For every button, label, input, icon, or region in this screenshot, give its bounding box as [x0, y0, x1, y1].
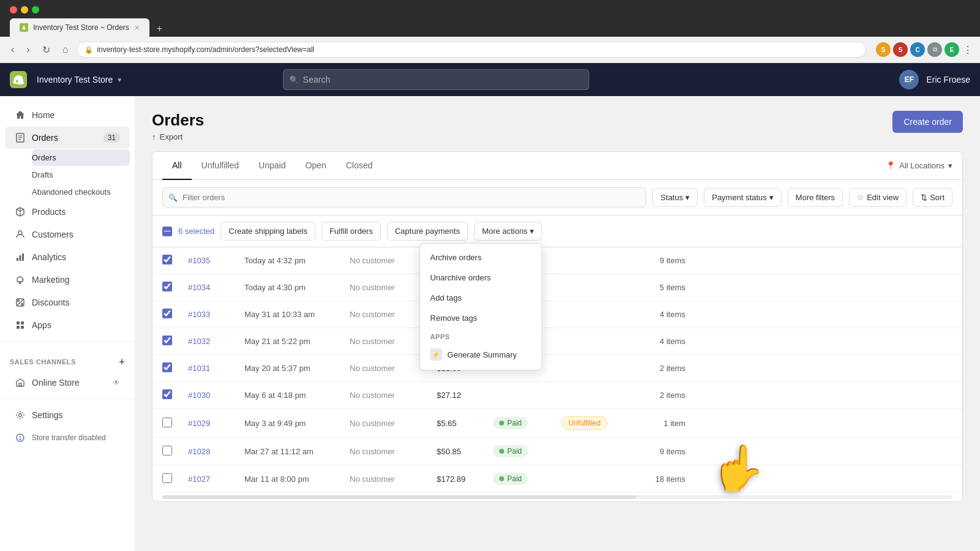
add-sales-channel-btn[interactable]: +: [119, 356, 125, 367]
more-actions-button[interactable]: More actions ▾: [474, 222, 542, 241]
sidebar-abandoned[interactable]: Abandoned checkouts: [32, 184, 130, 200]
table-row: #1028 Mar 27 at 11:12 am No customer $50…: [153, 438, 962, 465]
order-amount-1029: $5.65: [437, 419, 486, 428]
order-number-1027[interactable]: #1027: [188, 474, 237, 484]
sidebar-item-analytics[interactable]: Analytics: [5, 246, 130, 268]
horizontal-scrollbar[interactable]: [162, 495, 636, 499]
order-payment-1029: Paid: [493, 417, 554, 429]
order-number-1035[interactable]: #1035: [188, 256, 237, 265]
browser-ext-3[interactable]: C: [910, 42, 925, 57]
dropdown-archive-orders[interactable]: Archive orders: [420, 247, 541, 268]
svg-rect-17: [19, 383, 21, 386]
sidebar-item-apps[interactable]: Apps: [5, 314, 130, 336]
forward-button[interactable]: ›: [23, 43, 33, 56]
sales-channels-label: SALES CHANNELS: [10, 358, 76, 365]
dropdown-unarchive-orders[interactable]: Unarchive orders: [420, 268, 541, 288]
sidebar-item-settings[interactable]: Settings: [5, 404, 130, 426]
address-bar[interactable]: 🔒 inventory-test-store.myshopify.com/adm…: [77, 42, 866, 58]
store-name-text: Inventory Test Store: [37, 75, 113, 84]
order-number-1031[interactable]: #1031: [188, 364, 237, 373]
create-shipping-labels-button[interactable]: Create shipping labels: [221, 222, 315, 241]
order-number-1032[interactable]: #1032: [188, 337, 237, 346]
reload-button[interactable]: ↻: [39, 43, 54, 57]
sidebar-item-online-store[interactable]: Online Store 👁: [5, 372, 130, 394]
dropdown-generate-summary[interactable]: ⚡ Generate Summary: [420, 343, 541, 366]
location-picker[interactable]: 📍 All Locations ▾: [886, 161, 952, 170]
edit-view-label: Edit view: [867, 193, 899, 202]
capture-payments-button[interactable]: Capture payments: [387, 222, 468, 241]
row-1031-checkbox[interactable]: [162, 362, 172, 372]
dropdown-remove-tags[interactable]: Remove tags: [420, 308, 541, 328]
payment-status-filter-button[interactable]: Payment status ▾: [704, 188, 782, 207]
row-1033-checkbox[interactable]: [162, 309, 172, 318]
generate-summary-label: Generate Summary: [447, 350, 516, 359]
order-number-1028[interactable]: #1028: [188, 447, 237, 456]
sidebar-item-customers[interactable]: Customers: [5, 223, 130, 246]
top-search-input[interactable]: [283, 69, 589, 90]
tab-closed[interactable]: Closed: [336, 152, 383, 180]
tab-all[interactable]: All: [162, 152, 192, 180]
orders-badge: 31: [104, 133, 120, 143]
browser-ext-puzzle[interactable]: ⧉: [927, 42, 942, 57]
user-avatar[interactable]: EF: [899, 70, 919, 89]
browser-ext-2[interactable]: S: [893, 42, 908, 57]
sidebar-item-home[interactable]: Home: [5, 104, 130, 126]
sidebar-drafts[interactable]: Drafts: [32, 167, 130, 183]
row-1029-checkbox[interactable]: [162, 418, 172, 427]
traffic-light-green[interactable]: [32, 6, 39, 13]
new-tab-button[interactable]: +: [152, 21, 167, 37]
order-amount-1028: $50.85: [437, 447, 486, 456]
online-store-visibility-icon[interactable]: 👁: [113, 378, 120, 387]
row-1027-checkbox[interactable]: [162, 473, 172, 483]
sidebar-item-orders[interactable]: Orders 31: [5, 127, 130, 149]
browser-ext-4[interactable]: E: [944, 42, 959, 57]
more-filters-button[interactable]: More filters: [788, 188, 843, 207]
tab-unpaid[interactable]: Unpaid: [249, 152, 295, 180]
export-button[interactable]: ↑ Export: [152, 132, 204, 141]
more-actions-container: More actions ▾ Archive orders Unarchive …: [474, 222, 542, 241]
tab-unfulfilled[interactable]: Unfulfilled: [192, 152, 249, 180]
browser-ext-1[interactable]: S: [876, 42, 891, 57]
row-1028-checkbox[interactable]: [162, 446, 172, 455]
order-number-1033[interactable]: #1033: [188, 310, 237, 319]
sidebar-item-marketing[interactable]: Marketing: [5, 269, 130, 291]
traffic-light-yellow[interactable]: [21, 6, 28, 13]
row-1034-checkbox[interactable]: [162, 282, 172, 291]
order-number-1034[interactable]: #1034: [188, 283, 237, 292]
sidebar-item-products[interactable]: Products: [5, 201, 130, 223]
create-order-button[interactable]: Create order: [892, 111, 963, 133]
tab-close-btn[interactable]: ✕: [134, 24, 140, 32]
sidebar-item-discounts[interactable]: Discounts: [5, 291, 130, 313]
filter-search-input[interactable]: [162, 187, 646, 208]
bulk-select-all-checkbox[interactable]: [162, 227, 172, 236]
home-button[interactable]: ⌂: [59, 43, 72, 56]
row-1035-checkbox[interactable]: [162, 255, 172, 264]
traffic-light-red[interactable]: [10, 6, 17, 13]
sidebar-orders-sub[interactable]: Orders: [32, 149, 130, 166]
shopify-logo[interactable]: [10, 71, 27, 88]
back-button[interactable]: ‹: [7, 43, 18, 56]
edit-view-button[interactable]: ☆ Edit view: [849, 188, 907, 207]
status-filter-button[interactable]: Status ▾: [652, 188, 698, 207]
more-actions-dropdown-icon: ▾: [530, 227, 534, 236]
store-name-button[interactable]: Inventory Test Store ▼: [37, 75, 123, 84]
sidebar-item-store-transfer[interactable]: Store transfer disabled: [5, 427, 130, 449]
page-title: Orders: [152, 111, 204, 130]
online-store-icon: [15, 377, 26, 388]
order-number-1029[interactable]: #1029: [188, 419, 237, 428]
fulfill-orders-button[interactable]: Fulfill orders: [322, 222, 381, 241]
sidebar-products-label: Products: [32, 207, 66, 217]
settings-label: Settings: [32, 410, 63, 420]
tab-all-label: All: [172, 160, 182, 170]
user-name[interactable]: Eric Froese: [926, 75, 970, 84]
order-number-1030[interactable]: #1030: [188, 391, 237, 400]
sort-button[interactable]: ⇅ Sort: [913, 188, 952, 207]
table-row: #1030 May 6 at 4:18 pm No customer $27.1…: [153, 382, 962, 409]
browser-menu-btn[interactable]: ⋮: [963, 44, 973, 56]
active-browser-tab[interactable]: Inventory Test Store ~ Orders ✕: [10, 18, 149, 37]
row-1032-checkbox[interactable]: [162, 335, 172, 345]
bulk-selected-count[interactable]: 6 selected: [178, 227, 214, 236]
tab-open[interactable]: Open: [295, 152, 336, 180]
dropdown-add-tags[interactable]: Add tags: [420, 288, 541, 308]
row-1030-checkbox[interactable]: [162, 389, 172, 399]
